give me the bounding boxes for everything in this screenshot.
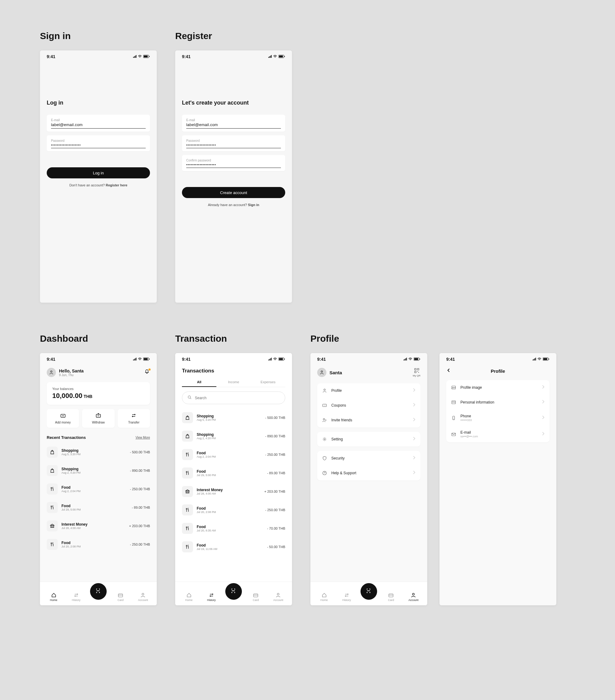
txn-amount: - 500.00 THB: [265, 416, 285, 420]
notifications-button[interactable]: [144, 369, 150, 376]
my-qr-button[interactable]: My QR: [413, 368, 421, 377]
tab-home[interactable]: Home: [316, 592, 333, 602]
txn-date: Jul 19, 11:06 AM: [197, 548, 267, 551]
menu-group: Security Help & Support: [317, 451, 421, 480]
txn-amount: - 250.00 THB: [130, 542, 150, 546]
txn-date: Aug 2, 2:04 PM: [62, 490, 130, 493]
txn-date: Aug 2, 4:20 PM: [197, 437, 265, 440]
search-input[interactable]: [182, 391, 285, 404]
notification-dot-icon: [149, 368, 151, 371]
txn-amount: + 203.00 THB: [264, 490, 285, 493]
withdraw-button[interactable]: Withdraw: [82, 409, 114, 428]
dashboard-screen: 9:41 Hello, Santa 9 Jun, Thu: [40, 353, 157, 605]
tab-card[interactable]: Card: [112, 592, 129, 602]
tab-account[interactable]: Account: [134, 592, 152, 602]
tab-card[interactable]: Card: [382, 592, 399, 602]
tab-history[interactable]: History: [203, 592, 220, 602]
tab-home[interactable]: Home: [45, 592, 62, 602]
transaction-row[interactable]: Shopping Aug 5, 3:20 PM - 500.00 THB: [47, 443, 150, 461]
register-link[interactable]: Register here: [106, 183, 127, 187]
section-title-dashboard: Dashboard: [40, 334, 157, 344]
confirm-password-field[interactable]: Confirm password ••••••••••••••••••••: [182, 155, 285, 171]
menu-item-setting[interactable]: Setting: [317, 432, 421, 447]
txn-amount: - 89.00 THB: [132, 505, 150, 509]
create-account-button[interactable]: Create account: [182, 187, 285, 198]
tab-income[interactable]: Income: [216, 378, 251, 387]
transaction-row[interactable]: Food Jul 29, 5:00 PM - 89.00 THB: [182, 464, 285, 482]
transaction-row[interactable]: Food Aug 2, 2:04 PM - 250.00 THB: [47, 480, 150, 498]
txn-name: Shopping: [62, 467, 130, 471]
txn-name: Food: [197, 451, 265, 455]
tab-history[interactable]: History: [338, 592, 355, 602]
transaction-row[interactable]: Food Jul 20, 2:08 PM - 250.00 THB: [182, 501, 285, 519]
avatar: [317, 368, 326, 377]
scan-button[interactable]: [90, 583, 107, 600]
scan-button[interactable]: [225, 583, 242, 600]
bag-icon: [182, 430, 193, 442]
menu-item-security[interactable]: Security: [317, 451, 421, 466]
password-field[interactable]: Password ••••••••••••••••••••: [47, 135, 150, 151]
status-bar: 9:41: [40, 353, 157, 365]
profile-user[interactable]: Santa: [317, 368, 342, 377]
transaction-row[interactable]: Food Jul 19, 11:06 AM - 50.00 THB: [182, 538, 285, 556]
tab-history[interactable]: History: [68, 592, 85, 602]
transfer-button[interactable]: Transfer: [118, 409, 150, 428]
login-button[interactable]: Log in: [47, 167, 150, 178]
txn-date: Jul 28, 4:00 AM: [197, 492, 264, 495]
balance-card: Your balances 10,000.00THB: [47, 382, 150, 405]
tab-home[interactable]: Home: [180, 592, 197, 602]
profile-item-personal-information[interactable]: Personal information: [446, 395, 550, 410]
bag-icon: [182, 412, 193, 423]
transaction-row[interactable]: Food Jul 20, 8:35 AM - 70.00 THB: [182, 519, 285, 538]
transaction-row[interactable]: Interest Money Jul 28, 4:00 AM + 203.00 …: [182, 482, 285, 501]
chevron-right-icon: [412, 436, 415, 442]
transaction-row[interactable]: Shopping Aug 2, 4:20 PM - 890.00 THB: [47, 461, 150, 480]
signin-link[interactable]: Sign in: [248, 203, 259, 207]
email-field[interactable]: E-mail label@email.com: [182, 115, 285, 132]
tab-expenses[interactable]: Expenses: [251, 378, 285, 387]
menu-item-profile[interactable]: Profile: [317, 383, 421, 398]
transaction-row[interactable]: Food Jul 20, 2:08 PM - 250.00 THB: [47, 535, 150, 554]
profile-item-e-mail[interactable]: E-mail sa•••@•••.com: [446, 426, 550, 442]
email-field[interactable]: E-mail label@email.com: [47, 115, 150, 132]
fork-icon: [47, 539, 58, 550]
menu-group: Profile Coupons Invite friends: [317, 383, 421, 427]
view-more-link[interactable]: View More: [136, 436, 150, 439]
signal-icon: [268, 54, 272, 59]
transaction-row[interactable]: Shopping Aug 5, 3:20 PM - 500.00 THB: [182, 409, 285, 427]
tab-account[interactable]: Account: [270, 592, 287, 602]
user-greeting[interactable]: Hello, Santa 9 Jun, Thu: [47, 368, 84, 377]
menu-item-help-support[interactable]: Help & Support: [317, 466, 421, 480]
add-money-button[interactable]: Add money: [47, 409, 79, 428]
screen-title: Profile: [491, 368, 505, 374]
scan-button[interactable]: [360, 583, 377, 600]
transaction-row[interactable]: Interest Money Jul 28, 4:00 AM + 203.00 …: [47, 517, 150, 535]
chevron-right-icon: [541, 415, 544, 421]
help-icon: [322, 471, 327, 475]
tab-card[interactable]: Card: [247, 592, 264, 602]
section-title-signin: Sign in: [40, 31, 157, 41]
profile-item-phone[interactable]: Phone •••••••333: [446, 410, 550, 426]
plus-card-icon: [60, 413, 66, 419]
txn-amount: - 70.00 THB: [267, 526, 285, 530]
txn-date: Aug 2, 2:04 PM: [197, 455, 265, 458]
signin-screen: 9:41 Log in E-mail label@email.com Passw…: [40, 50, 157, 303]
transaction-row[interactable]: Shopping Aug 2, 4:20 PM - 890.00 THB: [182, 427, 285, 445]
back-button[interactable]: [446, 368, 451, 374]
register-screen: 9:41 Let's create your account E-mail la…: [175, 50, 292, 303]
status-bar: 9:41: [40, 50, 157, 63]
section-title-profile: Profile: [310, 334, 556, 344]
transaction-row[interactable]: Food Jul 29, 5:00 PM - 89.00 THB: [47, 498, 150, 517]
txn-name: Food: [62, 541, 130, 545]
txn-amount: - 250.00 THB: [130, 487, 150, 491]
recent-transactions-title: Recent Transactions: [47, 435, 86, 440]
tab-account[interactable]: Account: [405, 592, 422, 602]
profile-item-profile-image[interactable]: Profile image: [446, 380, 550, 395]
txn-name: Food: [197, 469, 267, 474]
menu-item-invite-friends[interactable]: Invite friends: [317, 413, 421, 427]
menu-item-coupons[interactable]: Coupons: [317, 398, 421, 413]
tab-all[interactable]: All: [182, 378, 216, 387]
transactions-title: Transactions: [182, 365, 285, 374]
transaction-row[interactable]: Food Aug 2, 2:04 PM - 250.00 THB: [182, 445, 285, 464]
password-field[interactable]: Password ••••••••••••••••••••: [182, 135, 285, 151]
